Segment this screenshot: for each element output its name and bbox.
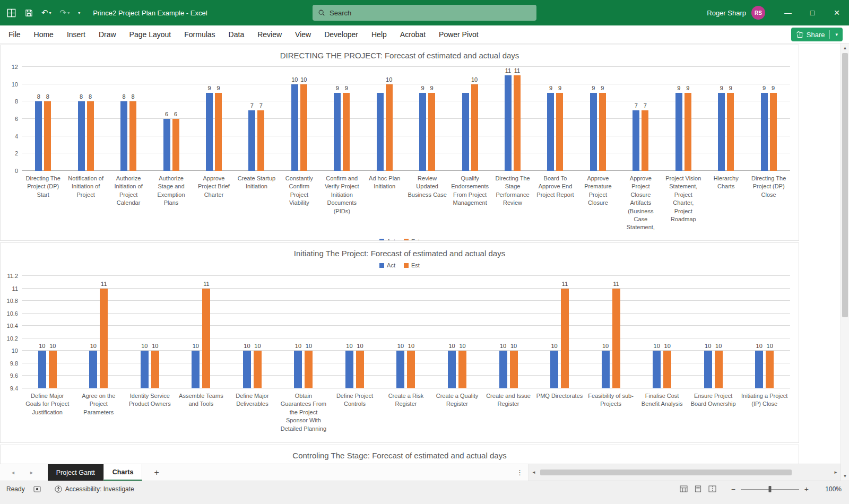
legend-act[interactable]: Act	[379, 262, 395, 268]
bar-act[interactable]: 7	[633, 110, 639, 171]
customize-quick-access-button[interactable]: ▾	[78, 11, 80, 15]
bar-est[interactable]: 9	[727, 93, 734, 171]
ribbon-tab-page-layout[interactable]: Page Layout	[129, 30, 171, 39]
accessibility-status[interactable]: Accessibility: Investigate	[55, 485, 134, 493]
close-button[interactable]: ×	[825, 0, 849, 25]
chart-initiating-the-project[interactable]: Initiating The Project: Forecast of esti…	[0, 242, 799, 443]
bar-est[interactable]: 10	[151, 351, 159, 388]
bar-est[interactable]: 6	[172, 119, 179, 171]
bar-est[interactable]: 10	[510, 351, 518, 388]
legend-act[interactable]: Act	[379, 238, 395, 241]
bar-est[interactable]: 11	[202, 289, 210, 388]
bar-est[interactable]: 9	[343, 93, 350, 171]
bar-act[interactable]	[377, 93, 384, 171]
bar-est[interactable]: 10	[254, 351, 262, 388]
bar-est[interactable]: 10	[49, 351, 57, 388]
legend-est[interactable]: Est	[404, 262, 420, 268]
zoom-out-button[interactable]: −	[731, 485, 735, 493]
scroll-up-icon[interactable]: ▲	[841, 46, 849, 50]
sheet-tab-charts[interactable]: Charts	[103, 464, 143, 481]
ribbon-tab-power-pivot[interactable]: Power Pivot	[439, 30, 479, 39]
bar-est[interactable]: 9	[215, 93, 222, 171]
bar-act[interactable]: 11	[505, 75, 512, 171]
share-dropdown-icon[interactable]: ▾	[833, 32, 841, 37]
bar-est[interactable]: 8	[87, 101, 94, 171]
new-sheet-button[interactable]: +	[142, 464, 170, 481]
search-input[interactable]	[330, 9, 510, 17]
redo-button[interactable]: ↷ ▾	[60, 8, 70, 18]
bar-act[interactable]: 10	[550, 351, 558, 388]
bar-act[interactable]: 10	[141, 351, 149, 388]
bar-est[interactable]: 9	[685, 93, 691, 171]
bar-est[interactable]: 11	[561, 289, 569, 388]
bar-act[interactable]: 9	[419, 93, 426, 171]
bar-act[interactable]: 10	[192, 351, 200, 388]
page-break-view-button[interactable]	[708, 485, 716, 492]
bar-act[interactable]: 10	[653, 351, 661, 388]
bar-act[interactable]: 9	[718, 93, 725, 171]
horizontal-scrollbar[interactable]: ◄ ►	[529, 464, 841, 481]
ribbon-tab-home[interactable]: Home	[34, 30, 54, 39]
zoom-in-button[interactable]: +	[804, 485, 809, 493]
bar-act[interactable]: 9	[675, 93, 682, 171]
bar-est[interactable]: 9	[428, 93, 435, 171]
bar-act[interactable]: 8	[78, 101, 85, 171]
bar-est[interactable]: 7	[257, 110, 264, 171]
bar-est[interactable]: 11	[612, 289, 620, 388]
search-box[interactable]	[313, 5, 536, 21]
bar-act[interactable]: 10	[448, 351, 456, 388]
bar-est[interactable]: 8	[129, 101, 136, 171]
bar-act[interactable]: 10	[345, 351, 353, 388]
save-button[interactable]	[25, 9, 33, 17]
zoom-slider[interactable]	[741, 485, 799, 493]
horizontal-scrollbar-thumb[interactable]	[540, 470, 792, 475]
bar-est[interactable]: 10	[715, 351, 723, 388]
bar-act[interactable]: 8	[35, 101, 42, 171]
bar-est[interactable]: 11	[514, 75, 521, 171]
bar-act[interactable]: 10	[291, 84, 298, 171]
next-sheet-icon[interactable]: ►	[29, 470, 34, 475]
bar-est[interactable]: 9	[599, 93, 606, 171]
user-name[interactable]: Roger Sharp	[707, 9, 746, 17]
undo-button[interactable]: ↶ ▾	[41, 8, 51, 18]
sheet-tab-project-gantt[interactable]: Project Gantt	[48, 464, 103, 481]
bar-act[interactable]: 10	[396, 351, 404, 388]
ribbon-tab-data[interactable]: Data	[229, 30, 245, 39]
bar-est[interactable]: 9	[770, 93, 777, 171]
bar-est[interactable]: 10	[407, 351, 415, 388]
ribbon-tab-developer[interactable]: Developer	[324, 30, 358, 39]
chart-controlling-the-stage[interactable]: Controling The Stage: Forecast of estima…	[0, 445, 799, 464]
bar-est[interactable]: 10	[300, 84, 307, 171]
kebab-menu-icon[interactable]: ⋮	[511, 464, 529, 481]
bar-est[interactable]: 10	[766, 351, 774, 388]
bar-est[interactable]: 8	[44, 101, 51, 171]
bar-act[interactable]: 9	[334, 93, 341, 171]
chart-directing-the-project[interactable]: DIRECTING THE PROJECT: Forecast of estim…	[0, 45, 799, 241]
bar-act[interactable]: 9	[206, 93, 213, 171]
bar-act[interactable]: 10	[602, 351, 610, 388]
horizontal-scrollbar-track[interactable]	[539, 470, 831, 475]
bar-act[interactable]: 6	[163, 119, 170, 171]
ribbon-tab-file[interactable]: File	[8, 30, 21, 39]
bar-act[interactable]: 10	[704, 351, 712, 388]
bar-act[interactable]: 10	[243, 351, 251, 388]
excel-app-icon[interactable]	[6, 8, 16, 18]
bar-act[interactable]: 10	[499, 351, 507, 388]
scroll-down-icon[interactable]: ▼	[841, 474, 849, 479]
bar-act[interactable]: 10	[755, 351, 763, 388]
ribbon-tab-formulas[interactable]: Formulas	[184, 30, 215, 39]
ribbon-tab-acrobat[interactable]: Acrobat	[400, 30, 426, 39]
scroll-right-icon[interactable]: ►	[831, 470, 841, 475]
ribbon-tab-draw[interactable]: Draw	[99, 30, 116, 39]
bar-act[interactable]: 10	[38, 351, 46, 388]
bar-act[interactable]: 9	[761, 93, 768, 171]
bar-est[interactable]: 10	[663, 351, 671, 388]
bar-est[interactable]: 10	[471, 84, 478, 171]
bar-est[interactable]: 10	[458, 351, 466, 388]
normal-view-button[interactable]	[680, 485, 688, 492]
avatar[interactable]: RS	[751, 6, 765, 20]
ribbon-tab-insert[interactable]: Insert	[67, 30, 85, 39]
ribbon-tab-review[interactable]: Review	[257, 30, 282, 39]
bar-est[interactable]: 10	[356, 351, 364, 388]
ribbon-tab-help[interactable]: Help	[371, 30, 387, 39]
